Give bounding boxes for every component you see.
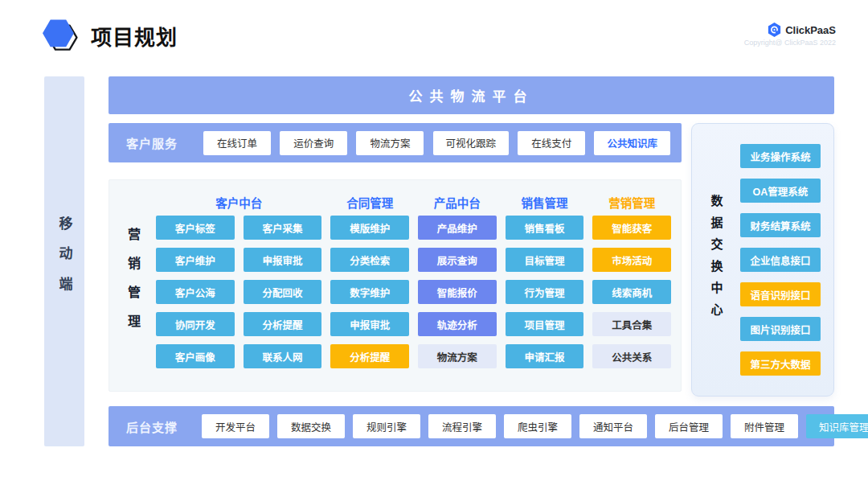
matrix-cell-button[interactable]: 分配回收 bbox=[244, 280, 322, 304]
data-exchange-items: 业务操作系统OA管理系统财务结算系统企业信息接口语音识别接口图片识别接口第三方大… bbox=[740, 124, 833, 396]
matrix-cell-button[interactable]: 公共关系 bbox=[592, 344, 671, 368]
support-button[interactable]: 附件管理 bbox=[731, 414, 798, 438]
matrix-cell-button[interactable]: 联系人网 bbox=[244, 344, 322, 368]
matrix-cell-button[interactable]: 客户公海 bbox=[156, 280, 235, 304]
data-exchange-label: 数据交换中心 bbox=[710, 195, 723, 325]
matrix-cell-button[interactable]: 申请汇报 bbox=[506, 344, 584, 368]
matrix-cell-button[interactable]: 客户画像 bbox=[156, 344, 235, 368]
matrix-cell-button[interactable]: 展示查询 bbox=[418, 248, 497, 272]
support-button[interactable]: 规则引擎 bbox=[353, 414, 420, 438]
matrix-column-header: 销售管理 bbox=[506, 194, 584, 211]
data-exchange-label-wrap: 数据交换中心 bbox=[692, 124, 740, 396]
customer-service-button[interactable]: 在线订单 bbox=[203, 131, 271, 155]
customer-service-button[interactable]: 公共知识库 bbox=[594, 131, 670, 155]
page-header: 项目规划 ClickPaaS Copyright@ ClickPaaS 2022 bbox=[0, 0, 868, 72]
matrix-column-header: 产品中台 bbox=[418, 194, 497, 211]
customer-service-button[interactable]: 物流方案 bbox=[356, 131, 424, 155]
matrix-cell-button[interactable]: 分类检索 bbox=[330, 248, 409, 272]
support-button[interactable]: 通知平台 bbox=[579, 414, 647, 438]
title-group: 项目规划 bbox=[43, 18, 178, 53]
customer-service-button[interactable]: 运价查询 bbox=[280, 131, 347, 155]
matrix-column-header: 合同管理 bbox=[330, 194, 409, 211]
matrix-cell-button[interactable]: 分析提醒 bbox=[330, 344, 409, 368]
brand: ClickPaaS Copyright@ ClickPaaS 2022 bbox=[744, 23, 836, 47]
support-button[interactable]: 爬虫引擎 bbox=[504, 414, 571, 438]
matrix-side-label-wrap: 营销管理 bbox=[109, 180, 156, 391]
customer-service-button[interactable]: 可视化跟踪 bbox=[433, 131, 510, 155]
matrix-cell-button[interactable]: 协同开发 bbox=[156, 312, 235, 336]
matrix-side-label: 营销管理 bbox=[126, 228, 139, 343]
matrix-column-header: 客户中台 bbox=[156, 194, 321, 211]
mobile-sidebar-label: 移动端 bbox=[58, 216, 72, 306]
marketing-matrix-panel: 营销管理 客户中台合同管理产品中台销售管理营销管理 客户标签客户采集模版维护产品… bbox=[108, 179, 682, 392]
customer-service-bar: 客户服务 在线订单运价查询物流方案可视化跟踪在线支付公共知识库 bbox=[108, 123, 682, 162]
matrix-cell-button[interactable]: 智能获客 bbox=[592, 216, 671, 240]
platform-banner-label: 公共物流平台 bbox=[409, 85, 534, 105]
backend-support-buttons: 开发平台数据交换规则引擎流程引擎爬虫引擎通知平台后台管理附件管理知识库管理 bbox=[202, 414, 868, 438]
data-exchange-button[interactable]: 第三方大数据 bbox=[740, 351, 821, 376]
mobile-sidebar: 移动端 bbox=[44, 76, 84, 446]
data-exchange-button[interactable]: 图片识别接口 bbox=[740, 317, 821, 341]
page-title: 项目规划 bbox=[91, 21, 178, 51]
data-exchange-button[interactable]: 语音识别接口 bbox=[740, 282, 821, 306]
matrix-cell-button[interactable]: 工具合集 bbox=[592, 312, 671, 336]
matrix-cell-button[interactable]: 智能报价 bbox=[418, 280, 497, 304]
support-button[interactable]: 数据交换 bbox=[277, 414, 345, 438]
matrix-cell-button[interactable]: 线索商机 bbox=[592, 280, 671, 304]
backend-support-label: 后台支撑 bbox=[126, 418, 178, 435]
data-exchange-panel: 数据交换中心 业务操作系统OA管理系统财务结算系统企业信息接口语音识别接口图片识… bbox=[691, 123, 834, 397]
matrix-cell-button[interactable]: 目标管理 bbox=[506, 248, 584, 272]
support-button[interactable]: 开发平台 bbox=[202, 414, 269, 438]
matrix-cell-button[interactable]: 项目管理 bbox=[506, 312, 584, 336]
support-button[interactable]: 后台管理 bbox=[655, 414, 723, 438]
matrix-header-row: 客户中台合同管理产品中台销售管理营销管理 bbox=[156, 188, 671, 216]
customer-service-buttons: 在线订单运价查询物流方案可视化跟踪在线支付公共知识库 bbox=[203, 131, 670, 155]
matrix-cell-button[interactable]: 客户采集 bbox=[244, 216, 322, 240]
matrix-cell-button[interactable]: 数字维护 bbox=[330, 280, 409, 304]
matrix-cell-button[interactable]: 申报审批 bbox=[330, 312, 409, 336]
backend-support-bar: 后台支撑 开发平台数据交换规则引擎流程引擎爬虫引擎通知平台后台管理附件管理知识库… bbox=[108, 406, 834, 446]
matrix-cell-button[interactable]: 市场活动 bbox=[592, 248, 671, 272]
copyright-text: Copyright@ ClickPaaS 2022 bbox=[744, 39, 836, 47]
clickpaas-logo-icon bbox=[768, 23, 781, 37]
data-exchange-button[interactable]: OA管理系统 bbox=[740, 179, 821, 203]
matrix-cell-button[interactable]: 模版维护 bbox=[330, 216, 409, 240]
data-exchange-button[interactable]: 业务操作系统 bbox=[740, 144, 821, 168]
matrix-cell-button[interactable]: 轨迹分析 bbox=[418, 312, 497, 336]
support-button[interactable]: 流程引擎 bbox=[428, 414, 496, 438]
customer-service-label: 客户服务 bbox=[126, 134, 178, 151]
matrix-cell-button[interactable]: 分析提醒 bbox=[244, 312, 322, 336]
support-button[interactable]: 知识库管理 bbox=[806, 414, 868, 438]
page: 项目规划 ClickPaaS Copyright@ ClickPaaS 2022… bbox=[0, 0, 868, 489]
data-exchange-button[interactable]: 企业信息接口 bbox=[740, 248, 821, 272]
customer-service-button[interactable]: 在线支付 bbox=[518, 131, 585, 155]
matrix-column-header: 营销管理 bbox=[592, 194, 671, 211]
brand-name: ClickPaaS bbox=[785, 24, 836, 36]
matrix-cell-button[interactable]: 行为管理 bbox=[506, 280, 584, 304]
matrix-cell-button[interactable]: 销售看板 bbox=[506, 216, 584, 240]
matrix-cell-button[interactable]: 产品维护 bbox=[418, 216, 497, 240]
platform-banner: 公共物流平台 bbox=[108, 76, 834, 114]
matrix-cell-button[interactable]: 客户标签 bbox=[156, 216, 235, 240]
hexagon-icon bbox=[43, 18, 80, 53]
matrix-cell-grid: 客户标签客户采集模版维护产品维护销售看板智能获客客户维护申报审批分类检索展示查询… bbox=[156, 216, 671, 368]
matrix-cell-button[interactable]: 客户维护 bbox=[156, 248, 235, 272]
matrix-cell-button[interactable]: 物流方案 bbox=[418, 344, 497, 368]
matrix: 客户中台合同管理产品中台销售管理营销管理 客户标签客户采集模版维护产品维护销售看… bbox=[156, 180, 681, 391]
data-exchange-button[interactable]: 财务结算系统 bbox=[740, 213, 821, 237]
matrix-cell-button[interactable]: 申报审批 bbox=[244, 248, 322, 272]
